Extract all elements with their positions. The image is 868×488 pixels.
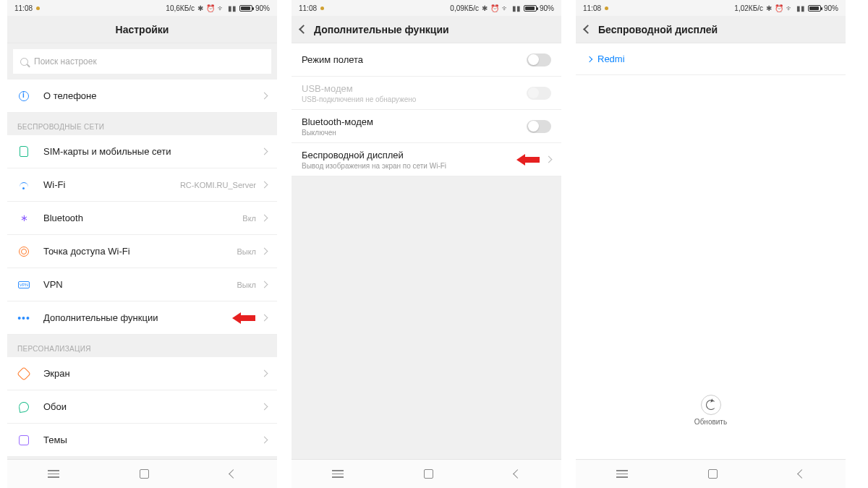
red-arrow-callout-icon <box>516 154 541 166</box>
notification-dot-icon <box>605 7 608 10</box>
wifi-icon: ᯤ <box>218 4 225 12</box>
device-redmi[interactable]: Redmi <box>576 43 846 75</box>
status-battery-pct: 90% <box>255 4 270 12</box>
nav-bar <box>7 459 277 488</box>
nav-home-button[interactable] <box>424 469 433 479</box>
alarm-icon: ⏰ <box>206 4 215 12</box>
wallpaper-icon <box>17 401 30 414</box>
search-icon <box>20 58 28 66</box>
row-value: RC-KOMI.RU_Server <box>180 181 256 189</box>
vpn-icon: VPN <box>17 278 30 291</box>
signal-icon: ▮▮ <box>228 4 237 12</box>
chevron-right-icon <box>587 56 592 61</box>
back-button[interactable] <box>583 25 592 34</box>
hotspot-icon <box>17 245 30 258</box>
status-bar: 11:08 0,09КБ/с ✱ ⏰ ᯤ ▮▮ 90% <box>292 0 561 16</box>
row-sublabel: Выключен <box>302 129 527 137</box>
row-display[interactable]: Экран <box>7 357 277 390</box>
status-time: 11:08 <box>583 4 601 12</box>
airplane-toggle[interactable] <box>527 53 551 67</box>
section-personalization: ПЕРСОНАЛИЗАЦИЯ <box>7 335 277 357</box>
content-area: Redmi Обновить <box>576 43 846 459</box>
row-label: Точка доступа Wi-Fi <box>43 246 237 257</box>
alarm-icon: ⏰ <box>775 4 783 12</box>
battery-icon <box>239 5 252 12</box>
notification-dot-icon <box>320 7 324 10</box>
nav-home-button[interactable] <box>708 469 718 479</box>
row-bluetooth[interactable]: ∗ Bluetooth Вкл <box>7 202 277 235</box>
row-additional-functions[interactable]: ••• Дополнительные функции <box>7 301 277 335</box>
status-net-speed: 0,09КБ/с <box>450 4 479 12</box>
row-value: Выкл <box>237 247 256 256</box>
refresh-button[interactable] <box>701 395 721 415</box>
status-battery-pct: 90% <box>824 4 838 12</box>
phone-wireless-display: 11:08 1,02КБ/с ✱ ⏰ ᯤ ▮▮ 90% Беспроводной… <box>576 0 846 488</box>
nav-back-button[interactable] <box>797 469 807 479</box>
nav-bar <box>292 459 561 488</box>
bluetooth-icon: ∗ <box>17 212 30 225</box>
nav-recent-button[interactable] <box>616 470 628 478</box>
wifi-icon <box>17 179 30 192</box>
nav-back-button[interactable] <box>229 469 238 479</box>
row-hotspot[interactable]: Точка доступа Wi-Fi Выкл <box>7 235 277 268</box>
refresh-section: Обновить <box>576 395 846 426</box>
row-label: Дополнительные функции <box>43 312 262 323</box>
chevron-right-icon <box>261 248 268 255</box>
search-input[interactable]: Поиск настроек <box>13 49 271 74</box>
status-battery-pct: 90% <box>540 4 554 12</box>
row-airplane-mode[interactable]: Режим полета <box>292 43 561 77</box>
nav-recent-button[interactable] <box>48 470 59 478</box>
page-title: Дополнительные функции <box>314 24 449 35</box>
nav-home-button[interactable] <box>140 469 149 479</box>
row-bluetooth-tether[interactable]: Bluetooth-модем Выключен <box>292 110 561 143</box>
row-label: Беспроводной дисплей <box>302 150 546 160</box>
row-vpn[interactable]: VPN VPN Выкл <box>7 268 277 301</box>
row-about-phone[interactable]: О телефоне <box>7 80 277 113</box>
row-wireless-display[interactable]: Беспроводной дисплей Вывод изображения н… <box>292 143 561 176</box>
chevron-right-icon <box>261 281 268 288</box>
row-label: Wi-Fi <box>43 179 180 190</box>
more-icon: ••• <box>17 312 30 325</box>
refresh-label: Обновить <box>694 418 727 426</box>
row-sim-networks[interactable]: SIM-карты и мобильные сети <box>7 135 277 168</box>
notification-dot-icon <box>36 7 40 10</box>
status-bar: 11:08 1,02КБ/с ✱ ⏰ ᯤ ▮▮ 90% <box>576 0 846 16</box>
phone-additional-functions: 11:08 0,09КБ/с ✱ ⏰ ᯤ ▮▮ 90% Дополнительн… <box>292 0 561 488</box>
phone-settings: 11:08 10,6КБ/с ✱ ⏰ ᯤ ▮▮ 90% Настройки По… <box>7 0 277 488</box>
bluetooth-icon: ✱ <box>197 4 203 12</box>
row-label: Экран <box>43 368 262 379</box>
chevron-right-icon <box>261 148 268 155</box>
battery-icon <box>808 5 821 12</box>
chevron-right-icon <box>261 370 268 377</box>
row-label: Bluetooth-модем <box>302 116 527 127</box>
row-label: Обои <box>43 401 262 412</box>
nav-recent-button[interactable] <box>332 470 344 478</box>
wifi-icon: ᯤ <box>502 4 509 12</box>
chevron-right-icon <box>261 215 268 222</box>
chevron-right-icon <box>261 181 268 189</box>
usb-tether-toggle <box>527 87 551 100</box>
row-wallpaper[interactable]: Обои <box>7 390 277 424</box>
chevron-right-icon <box>545 156 553 163</box>
page-title: Беспроводной дисплей <box>598 24 718 35</box>
info-icon <box>17 90 30 103</box>
row-value: Вкл <box>242 214 256 223</box>
wifi-icon: ᯤ <box>786 4 793 12</box>
red-arrow-callout-icon <box>232 312 257 324</box>
sim-icon <box>17 145 30 158</box>
row-label: VPN <box>43 279 237 290</box>
content-area: Поиск настроек О телефоне БЕСПРОВОДНЫЕ С… <box>7 43 277 459</box>
row-label: О телефоне <box>43 90 262 101</box>
nav-bar <box>576 459 846 488</box>
row-wifi[interactable]: Wi-Fi RC-KOMI.RU_Server <box>7 168 277 202</box>
row-themes[interactable]: Темы <box>7 424 277 457</box>
row-label: USB-модем <box>302 83 527 94</box>
bt-tether-toggle[interactable] <box>527 120 551 133</box>
themes-icon <box>17 434 30 447</box>
signal-icon: ▮▮ <box>512 4 521 12</box>
display-icon <box>17 367 30 380</box>
nav-back-button[interactable] <box>513 469 522 479</box>
status-time: 11:08 <box>299 4 317 12</box>
titlebar: Дополнительные функции <box>292 16 561 43</box>
back-button[interactable] <box>299 25 308 34</box>
